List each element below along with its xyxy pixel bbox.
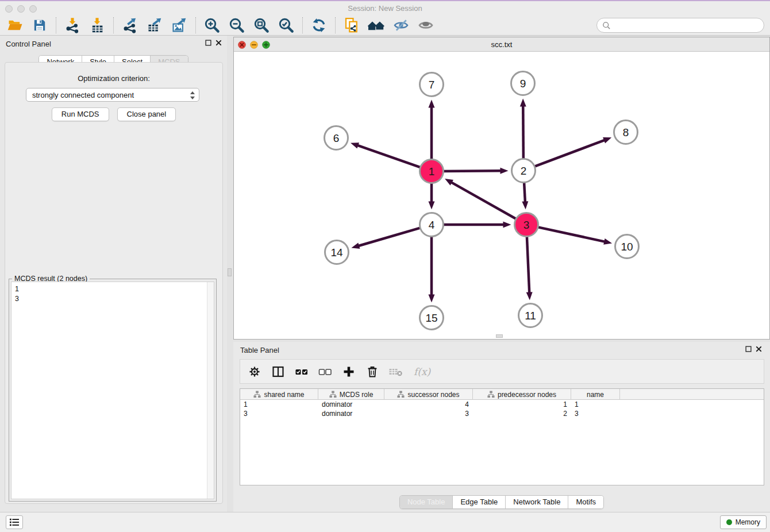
graph-node-label: 3 [523, 219, 530, 231]
horizontal-splitter-handle[interactable] [496, 334, 503, 338]
graph-node-11[interactable]: 11 [519, 304, 542, 327]
function-builder-button[interactable]: f(x) [412, 364, 434, 379]
graph-edge-2-8[interactable] [534, 137, 611, 167]
graph-edge-3-1[interactable] [445, 179, 517, 219]
minimize-network-button[interactable] [250, 41, 258, 49]
export-table-button[interactable] [144, 16, 165, 34]
refresh-view-button[interactable] [309, 16, 329, 34]
memory-status-icon [726, 519, 732, 525]
graph-node-6[interactable]: 6 [325, 126, 348, 150]
graph-edge-1-7[interactable] [429, 100, 435, 160]
graph-node-4[interactable]: 4 [420, 213, 444, 237]
zoom-fit-button[interactable] [251, 16, 272, 34]
select-all-columns-button[interactable] [294, 364, 309, 379]
window-titlebar: Session: New Session [0, 1, 770, 16]
column-header-predecessor-nodes[interactable]: predecessor nodes [473, 389, 571, 400]
home-layout-button[interactable] [366, 16, 387, 34]
close-network-button[interactable] [238, 41, 246, 49]
import-network-button[interactable] [62, 16, 83, 34]
graph-node-7[interactable]: 7 [420, 73, 444, 97]
graph-edge-4-3[interactable] [443, 222, 511, 228]
table-settings-button[interactable] [247, 364, 262, 379]
column-header-shared-name[interactable]: shared name [240, 389, 318, 400]
close-table-panel-icon[interactable] [756, 346, 762, 352]
graph-edge-1-2[interactable] [442, 168, 508, 174]
column-header-label: successor nodes [407, 391, 459, 399]
graph-node-10[interactable]: 10 [615, 235, 639, 259]
close-window-button[interactable] [5, 5, 13, 13]
float-panel-icon[interactable] [205, 40, 211, 46]
table-row[interactable]: 3dominator323 [240, 409, 764, 418]
open-file-button[interactable] [5, 16, 25, 34]
graph-edge-1-6[interactable] [351, 142, 421, 167]
vertical-splitter-handle[interactable] [228, 268, 232, 276]
create-column-button[interactable] [341, 364, 356, 379]
column-header-successor-nodes[interactable]: successor nodes [384, 389, 473, 400]
float-table-panel-icon[interactable] [745, 346, 752, 352]
optimization-criterion-label: Optimization criterion: [5, 74, 222, 83]
column-type-icon [397, 391, 405, 398]
zoom-out-button[interactable] [226, 16, 247, 34]
tab-network-table[interactable]: Network Table [506, 496, 568, 508]
close-panel-button[interactable]: Close panel [117, 107, 176, 121]
cell-name: 1 [571, 400, 620, 409]
search-input[interactable] [614, 21, 759, 30]
save-session-button[interactable] [29, 16, 50, 34]
import-table-button[interactable] [87, 16, 107, 34]
delete-column-button[interactable] [365, 364, 380, 379]
graph-node-9[interactable]: 9 [511, 72, 535, 95]
search-icon [602, 21, 611, 30]
zoom-window-button[interactable] [29, 5, 37, 13]
column-header-label: predecessor nodes [498, 391, 556, 399]
close-panel-icon[interactable] [215, 40, 222, 46]
tab-edge-table[interactable]: Edge Table [453, 496, 506, 508]
delete-table-icon [388, 365, 403, 378]
delete-table-button[interactable] [388, 364, 403, 379]
run-mcds-button[interactable]: Run MCDS [52, 107, 109, 121]
show-panels-button[interactable] [6, 515, 23, 529]
export-network-button[interactable] [120, 16, 140, 34]
graph-edge-3-10[interactable] [537, 227, 612, 245]
show-details-button[interactable] [415, 16, 436, 34]
graph-node-label: 14 [330, 246, 343, 259]
split-table-view-button[interactable] [271, 364, 286, 379]
tab-node-table[interactable]: Node Table [400, 496, 453, 508]
criterion-select[interactable]: strongly connected component [26, 88, 199, 102]
graph-edge-3-11[interactable] [526, 236, 533, 300]
hide-details-button[interactable] [391, 16, 411, 34]
graph-node-14[interactable]: 14 [325, 241, 349, 264]
graph-edge-2-3[interactable] [522, 182, 528, 209]
column-header-name[interactable]: name [571, 389, 620, 400]
graph-node-2[interactable]: 2 [512, 159, 536, 183]
graph-node-3[interactable]: 3 [515, 213, 538, 237]
graph-node-8[interactable]: 8 [614, 121, 638, 144]
table-row[interactable]: 1dominator411 [240, 400, 764, 409]
column-header-mcds-role[interactable]: MCDS role [318, 389, 384, 400]
graph-node-label: 9 [520, 78, 526, 90]
minimize-window-button[interactable] [17, 5, 25, 13]
network-snapshot-button[interactable] [341, 16, 362, 34]
zoom-in-button[interactable] [202, 16, 222, 34]
maximize-network-button[interactable] [262, 41, 270, 49]
network-window-titlebar[interactable]: scc.txt [234, 37, 769, 52]
export-image-button[interactable] [169, 16, 190, 34]
trash-icon [366, 365, 379, 378]
graph-edge-1-4[interactable] [429, 183, 435, 210]
cell-shared-name: 3 [240, 409, 318, 418]
result-scrollbar[interactable] [207, 282, 214, 499]
graph-node-15[interactable]: 15 [420, 306, 444, 330]
unchecked-boxes-icon [318, 365, 332, 378]
deselect-all-columns-button[interactable] [318, 364, 333, 379]
zoom-selected-button[interactable] [276, 16, 297, 34]
graph-edge-4-14[interactable] [351, 228, 421, 249]
tab-motifs[interactable]: Motifs [568, 496, 603, 508]
checked-boxes-icon [295, 365, 309, 378]
memory-button[interactable]: Memory [720, 515, 767, 529]
graph-edge-4-15[interactable] [429, 236, 435, 303]
graph-edge-2-9[interactable] [520, 98, 526, 159]
search-box[interactable] [596, 18, 764, 33]
graph-node-label: 7 [429, 79, 435, 91]
network-canvas[interactable]: 7968124314101511 [234, 52, 769, 339]
column-type-icon [329, 391, 337, 398]
graph-node-1[interactable]: 1 [420, 160, 444, 183]
